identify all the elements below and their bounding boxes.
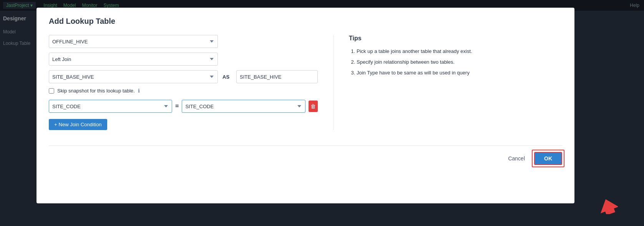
svg-marker-0 bbox=[599, 199, 618, 214]
new-join-condition-label: New Join Condition bbox=[59, 122, 102, 127]
table-as-row: SITE_BASE_HIVE AS bbox=[49, 70, 318, 83]
tips-title: Tips bbox=[349, 35, 472, 42]
join-condition-row: SITE_CODE = SITE_CODE 🗑 bbox=[49, 100, 318, 113]
skip-snapshot-checkbox[interactable] bbox=[49, 88, 54, 94]
modal-form: OFFLINE_HIVE Left Join SITE_BASE_HIVE AS… bbox=[49, 35, 318, 130]
delete-join-condition-button[interactable]: 🗑 bbox=[309, 101, 318, 112]
tips-item-1: Pick up a table joins another table that… bbox=[357, 47, 472, 56]
modal-title: Add Lookup Table bbox=[49, 17, 562, 26]
red-arrow-indicator bbox=[599, 199, 618, 215]
table-select[interactable]: SITE_BASE_HIVE bbox=[49, 70, 218, 83]
equals-sign: = bbox=[175, 103, 179, 110]
skip-snapshot-label: Skip snapshot for this lookup table. bbox=[57, 88, 135, 94]
tips-list: Pick up a table joins another table that… bbox=[349, 47, 472, 77]
as-input[interactable] bbox=[236, 70, 318, 83]
trash-icon: 🗑 bbox=[310, 103, 316, 109]
join-type-select[interactable]: Left Join bbox=[49, 53, 218, 66]
tips-section: Tips Pick up a table joins another table… bbox=[333, 35, 472, 130]
tips-item-3: Join Type have to be same as will be use… bbox=[357, 69, 472, 77]
skip-snapshot-row: Skip snapshot for this lookup table. ℹ bbox=[49, 88, 318, 94]
modal-body: OFFLINE_HIVE Left Join SITE_BASE_HIVE AS… bbox=[49, 35, 562, 130]
join-condition-right-select[interactable]: SITE_CODE bbox=[182, 100, 305, 113]
cancel-button[interactable]: Cancel bbox=[503, 153, 529, 164]
plus-icon: + bbox=[54, 122, 57, 127]
datasource-select[interactable]: OFFLINE_HIVE bbox=[49, 35, 218, 48]
tips-item-2: Specify join relationship between two ta… bbox=[357, 58, 472, 66]
join-condition-left-select[interactable]: SITE_CODE bbox=[49, 100, 172, 113]
modal-footer: Cancel OK bbox=[49, 145, 562, 165]
ok-button-wrapper: OK bbox=[534, 152, 562, 165]
info-icon[interactable]: ℹ bbox=[138, 88, 140, 94]
add-lookup-table-modal: Add Lookup Table OFFLINE_HIVE Left Join … bbox=[37, 8, 574, 203]
new-join-condition-button[interactable]: + New Join Condition bbox=[49, 119, 107, 130]
as-label: AS bbox=[222, 74, 232, 80]
ok-button[interactable]: OK bbox=[534, 152, 562, 165]
